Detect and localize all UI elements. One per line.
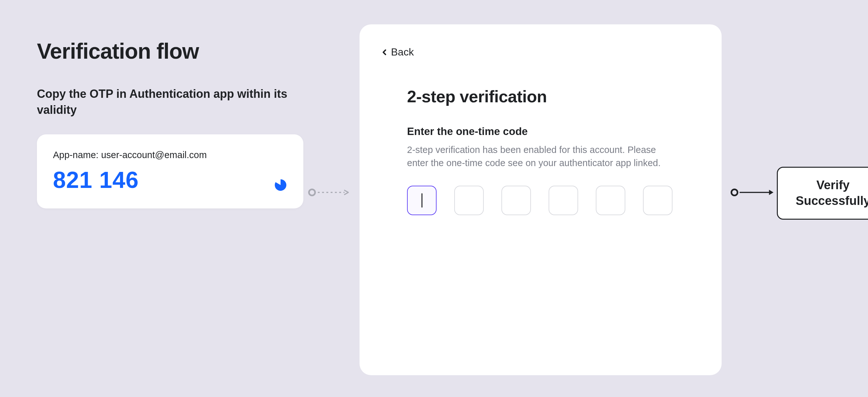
otp-account-label: App-name: user-account@email.com bbox=[53, 150, 287, 160]
verification-description: 2-step verification has been enabled for… bbox=[407, 143, 664, 170]
flow-start-circle-solid-icon bbox=[731, 189, 738, 196]
flow-arrow-solid bbox=[731, 189, 775, 196]
otp-input-group bbox=[407, 186, 674, 215]
otp-digit-input-6[interactable] bbox=[643, 186, 673, 215]
flow-arrow-dashed bbox=[308, 189, 350, 196]
enter-code-label: Enter the one-time code bbox=[407, 125, 674, 138]
otp-app-card: App-name: user-account@email.com 821 146 bbox=[37, 134, 303, 208]
otp-digit-input-5[interactable] bbox=[596, 186, 625, 215]
otp-digit-input-4[interactable] bbox=[549, 186, 578, 215]
result-line-1: Verify bbox=[816, 178, 850, 192]
left-panel: Verification flow Copy the OTP in Authen… bbox=[37, 38, 303, 208]
back-button[interactable]: Back bbox=[381, 46, 414, 58]
result-text: Verify Successfully bbox=[784, 177, 868, 209]
otp-digit-input-2[interactable] bbox=[454, 186, 484, 215]
instruction-text: Copy the OTP in Authentication app withi… bbox=[37, 86, 303, 118]
otp-code-value: 821 146 bbox=[53, 167, 287, 193]
solid-arrow-icon bbox=[740, 189, 775, 196]
chevron-left-icon bbox=[381, 49, 388, 56]
flow-start-circle-icon bbox=[308, 189, 316, 196]
otp-digit-input-1[interactable] bbox=[407, 186, 437, 215]
dashed-arrow-icon bbox=[318, 189, 350, 196]
otp-digit-input-3[interactable] bbox=[501, 186, 531, 215]
result-box: Verify Successfully bbox=[777, 167, 868, 220]
back-label: Back bbox=[391, 46, 414, 58]
verification-card: Back 2-step verification Enter the one-t… bbox=[360, 24, 722, 375]
result-line-2: Successfully bbox=[796, 194, 868, 207]
verification-title: 2-step verification bbox=[407, 87, 674, 106]
page-title: Verification flow bbox=[37, 38, 303, 64]
text-cursor-icon bbox=[422, 193, 423, 207]
pie-timer-icon bbox=[274, 178, 287, 192]
